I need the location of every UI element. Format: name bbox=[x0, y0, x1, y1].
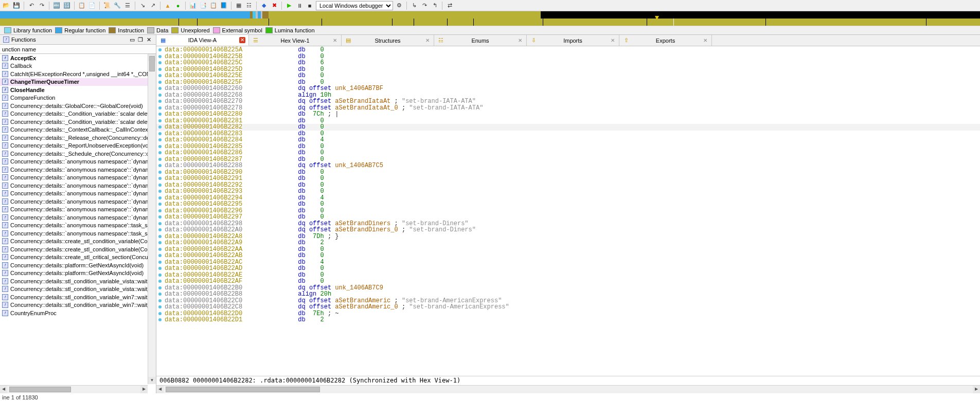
view-icon: ▦ bbox=[159, 37, 167, 44]
function-item[interactable]: fConcurrency::details::create_stl_condit… bbox=[0, 245, 156, 253]
function-item[interactable]: fChangeTimerQueueTimer bbox=[0, 78, 156, 86]
xref-to-icon[interactable]: ↘ bbox=[138, 2, 147, 10]
tab-close-icon[interactable]: ✕ bbox=[610, 38, 616, 44]
function-item[interactable]: fConcurrency::details::`anonymous namesp… bbox=[0, 181, 156, 190]
tab-close-icon[interactable]: ✕ bbox=[239, 37, 245, 43]
function-item[interactable]: fConcurrency::details::_Condition_variab… bbox=[0, 118, 156, 126]
functions-column-header[interactable]: unction name bbox=[0, 45, 156, 54]
tab-close-icon[interactable]: ✕ bbox=[517, 38, 523, 44]
function-item[interactable]: fConcurrency::details::`anonymous namesp… bbox=[0, 206, 156, 214]
function-item[interactable]: fConcurrency::details::`anonymous namesp… bbox=[0, 213, 156, 222]
function-item[interactable]: fAcceptEx bbox=[0, 54, 156, 62]
analyze-icon[interactable]: ▲ bbox=[164, 2, 172, 10]
undo-icon[interactable]: ↶ bbox=[27, 2, 35, 10]
tab-close-icon[interactable]: ✕ bbox=[424, 38, 431, 44]
function-item[interactable]: fConcurrency::details::create_stl_condit… bbox=[0, 238, 156, 246]
xref-from-icon[interactable]: ↗ bbox=[149, 2, 157, 10]
tab-ida-view-a[interactable]: ▦IDA View-A✕ bbox=[156, 35, 249, 46]
run-icon[interactable]: ▶ bbox=[285, 2, 293, 10]
search-binary-icon[interactable]: 🔢 bbox=[63, 2, 71, 10]
tab-imports[interactable]: ⇩Imports✕ bbox=[527, 35, 619, 46]
function-item[interactable]: fConcurrency::details::`anonymous namesp… bbox=[0, 158, 156, 166]
nav-detail[interactable] bbox=[0, 19, 980, 26]
tab-enums[interactable]: ☷Enums✕ bbox=[434, 35, 527, 46]
copy-icon[interactable]: 📋 bbox=[78, 2, 86, 10]
tab-hex-view-1[interactable]: ☰Hex View-1✕ bbox=[249, 35, 342, 46]
pane-restore-icon[interactable]: ❐ bbox=[136, 36, 145, 43]
function-item[interactable]: fCatchIt(EHExceptionRecord *,unsigned __… bbox=[0, 70, 156, 78]
function-item[interactable]: fConcurrency::details::_Condition_variab… bbox=[0, 110, 156, 118]
function-label: Concurrency::details::_ReportUnobservedE… bbox=[10, 142, 155, 149]
function-item[interactable]: fConcurrency::details::stl_condition_var… bbox=[0, 301, 156, 309]
step-out-icon[interactable]: ↰ bbox=[431, 2, 439, 10]
plugin-icon[interactable]: 🔧 bbox=[113, 2, 121, 10]
paste-icon[interactable]: 📄 bbox=[88, 2, 96, 10]
stop-icon[interactable]: ■ bbox=[306, 2, 314, 10]
function-item[interactable]: fConcurrency::details::platform::GetNext… bbox=[0, 261, 156, 269]
function-item[interactable]: fConcurrency::details::`anonymous namesp… bbox=[0, 174, 156, 182]
function-item[interactable]: fConcurrency::details::stl_condition_var… bbox=[0, 285, 156, 294]
pane-close-icon[interactable]: ✕ bbox=[145, 36, 153, 43]
function-item[interactable]: fConcurrency::details::platform::GetNext… bbox=[0, 269, 156, 278]
dbg-options-icon[interactable]: ⚙ bbox=[395, 2, 403, 10]
function-item[interactable]: fConcurrency::details::_ContextCallback:… bbox=[0, 126, 156, 134]
step-over-icon[interactable]: ↷ bbox=[420, 2, 429, 10]
functions-vscrollbar[interactable]: ▲▼ bbox=[148, 54, 156, 384]
line-address: data:00000001406B22D1 bbox=[165, 316, 242, 323]
function-icon: f bbox=[2, 174, 8, 180]
line-dot-icon bbox=[158, 222, 162, 225]
pause-icon[interactable]: ⏸ bbox=[295, 2, 304, 10]
strings-icon[interactable]: 📑 bbox=[199, 2, 207, 10]
function-item[interactable]: fConcurrency::details::`anonymous namesp… bbox=[0, 166, 156, 174]
step-into-icon[interactable]: ↳ bbox=[410, 2, 418, 10]
open-icon[interactable]: 📂 bbox=[2, 2, 10, 10]
function-item[interactable]: fConcurrency::details::_Schedule_chore(C… bbox=[0, 150, 156, 158]
structs-icon[interactable]: ▦ bbox=[235, 2, 243, 10]
function-item[interactable]: fCallback bbox=[0, 62, 156, 70]
function-item[interactable]: fConcurrency::details::stl_condition_var… bbox=[0, 277, 156, 285]
disasm-line[interactable]: data:00000001406B22D1 db 2 bbox=[156, 317, 980, 323]
redo-icon[interactable]: ↷ bbox=[38, 2, 46, 10]
function-item[interactable]: fCountryEnumProc bbox=[0, 309, 156, 317]
record-icon[interactable]: ● bbox=[174, 2, 182, 10]
script-icon[interactable]: 📜 bbox=[103, 2, 111, 10]
function-item[interactable]: fConcurrency::details::GlobalCore::~Glob… bbox=[0, 102, 156, 110]
nav-overview[interactable] bbox=[0, 11, 980, 19]
functions-list[interactable]: fAcceptExfCallbackfCatchIt(EHExceptionRe… bbox=[0, 54, 156, 393]
breakpoint-on-icon[interactable]: ◆ bbox=[260, 2, 268, 10]
functions-hscrollbar[interactable]: ◀▶ bbox=[0, 385, 148, 393]
trace-icon[interactable]: ⇄ bbox=[446, 2, 454, 10]
list-icon[interactable]: ☰ bbox=[123, 2, 132, 10]
tab-close-icon[interactable]: ✕ bbox=[702, 38, 708, 44]
line-dot-icon bbox=[158, 318, 162, 321]
function-item[interactable]: fConcurrency::details::`anonymous namesp… bbox=[0, 222, 156, 230]
disassembly-view[interactable]: data:00000001406B225A db 0data:000000014… bbox=[156, 46, 980, 376]
function-icon: f bbox=[2, 190, 8, 196]
function-item[interactable]: fConcurrency::details::stl_condition_var… bbox=[0, 293, 156, 301]
function-item[interactable]: fCompareFunction bbox=[0, 94, 156, 102]
names-icon[interactable]: 📋 bbox=[209, 2, 218, 10]
function-item[interactable]: fConcurrency::details::_ReportUnobserved… bbox=[0, 142, 156, 150]
line-dot-icon bbox=[158, 293, 162, 296]
disasm-hscrollbar[interactable]: ◀▶ bbox=[156, 385, 980, 393]
search-text-icon[interactable]: 🔤 bbox=[52, 2, 61, 10]
enums-icon[interactable]: ☷ bbox=[245, 2, 253, 10]
graph-icon[interactable]: 📊 bbox=[189, 2, 197, 10]
function-label: Concurrency::details::`anonymous namespa… bbox=[10, 190, 156, 196]
function-item[interactable]: fConcurrency::details::`anonymous namesp… bbox=[0, 190, 156, 198]
function-item[interactable]: fConcurrency::details::`anonymous namesp… bbox=[0, 229, 156, 238]
function-item[interactable]: fConcurrency::details::`anonymous namesp… bbox=[0, 197, 156, 206]
legend-ins: Instruction bbox=[118, 27, 144, 33]
tab-close-icon[interactable]: ✕ bbox=[332, 38, 338, 44]
functions-icon[interactable]: 📘 bbox=[220, 2, 228, 10]
pane-minimize-icon[interactable]: ▭ bbox=[128, 36, 136, 43]
import-icon: ⇩ bbox=[530, 37, 537, 44]
save-icon[interactable]: 💾 bbox=[12, 2, 21, 10]
function-item[interactable]: fConcurrency::details::_Release_chore(Co… bbox=[0, 134, 156, 142]
tab-exports[interactable]: ⇧Exports✕ bbox=[619, 35, 712, 46]
function-item[interactable]: fCloseHandle bbox=[0, 86, 156, 94]
tab-structures[interactable]: ▤Structures✕ bbox=[342, 35, 434, 46]
function-item[interactable]: fConcurrency::details::create_stl_critic… bbox=[0, 253, 156, 262]
breakpoint-off-icon[interactable]: ✖ bbox=[270, 2, 278, 10]
debugger-select[interactable]: Local Windows debugger bbox=[316, 1, 393, 10]
